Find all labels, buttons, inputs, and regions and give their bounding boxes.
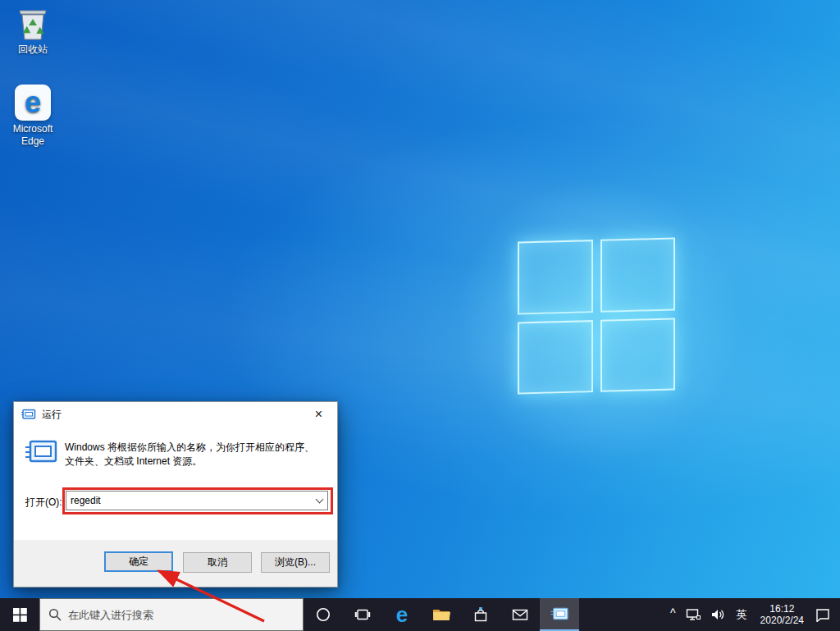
cortana-icon [315,606,331,623]
clock[interactable]: 16:12 2020/2/24 [754,598,810,631]
taskbar: e [0,598,840,631]
action-center-icon [815,608,830,622]
run-app-icon [550,606,568,621]
volume-button[interactable] [705,598,730,631]
run-dialog-titlebar[interactable]: 运行 [14,402,337,427]
tray-date: 2020/2/24 [760,615,804,626]
run-dialog-description: Windows 将根据你所输入的名称，为你打开相应的程序、 文件夹、文档或 In… [65,441,331,469]
search-input[interactable] [68,609,294,621]
run-dialog-description-line2: 文件夹、文档或 Internet 资源。 [65,455,331,469]
close-icon[interactable]: × [300,402,337,426]
combobox-dropdown-button[interactable] [312,492,327,510]
browse-button[interactable]: 浏览(B)... [261,552,330,573]
edge-shortcut[interactable]: e Microsoft Edge [2,85,64,148]
run-dialog: 运行 × Windows 将根据你所输入的名称，为你打开相应的程序、 文件夹、文… [13,401,338,588]
store-icon [472,606,489,623]
chevron-down-icon [316,496,324,504]
run-command-input[interactable] [66,492,312,510]
desktop: 回收站 e Microsoft Edge 运行 × Windows 将根 [0,0,840,631]
edge-desktop-icon: e [2,85,64,121]
search-icon [48,608,62,621]
cortana-button[interactable] [304,598,343,631]
run-app-taskbar-button[interactable] [540,598,579,631]
windows-logo-pane [518,320,593,395]
network-icon [686,608,701,621]
windows-logo-pane [600,318,676,392]
light-beam [0,0,840,317]
task-view-icon [354,606,371,623]
open-label: 打开(O): [25,496,62,510]
ok-button[interactable]: 确定 [104,551,173,572]
light-beam [0,0,840,418]
windows-logo-pane [600,237,676,312]
start-button[interactable] [0,598,39,631]
cancel-button[interactable]: 取消 [183,552,252,573]
system-tray: ^ 英 16:12 2020/2/24 [665,598,840,631]
taskbar-search-box[interactable] [39,598,304,631]
tray-time: 16:12 [769,603,794,615]
edge-shortcut-label: Microsoft Edge [2,123,64,148]
action-center-button[interactable] [810,598,835,631]
run-command-combobox[interactable] [66,491,328,510]
file-explorer-button[interactable] [422,598,461,631]
volume-icon [710,608,725,621]
hidden-icons-button[interactable]: ^ [665,598,681,631]
start-icon [13,608,27,622]
task-view-button[interactable] [343,598,382,631]
mail-button[interactable] [500,598,540,631]
store-button[interactable] [461,598,500,631]
recycle-bin-label: 回收站 [2,43,64,56]
edge-icon: e [396,604,408,625]
run-icon [21,409,36,420]
ime-indicator[interactable]: 英 [730,598,754,631]
recycle-bin-icon [2,5,64,41]
recycle-bin-shortcut[interactable]: 回收站 [2,5,64,56]
edge-icon: e [15,85,51,121]
run-dialog-title: 运行 [42,408,62,422]
mail-icon [512,608,528,621]
run-dialog-description-line1: Windows 将根据你所输入的名称，为你打开相应的程序、 [65,441,331,455]
windows-logo-pane [518,240,593,314]
windows-logo [518,237,675,394]
chevron-up-icon: ^ [670,606,676,620]
network-button[interactable] [681,598,705,631]
file-explorer-icon [432,607,450,622]
run-dialog-icon [25,439,57,464]
edge-taskbar-button[interactable]: e [382,598,422,631]
